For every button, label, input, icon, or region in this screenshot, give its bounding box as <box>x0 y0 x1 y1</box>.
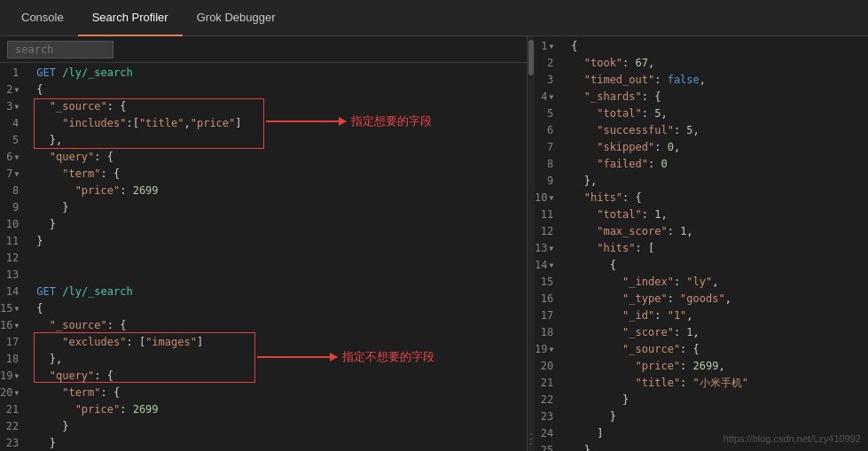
right-panel: 1 2 3 4 5 6 7 8 9 10 11 12 13 14 15 16 1 <box>535 36 868 451</box>
tab-search-profiler[interactable]: Search Profiler <box>78 0 183 36</box>
search-bar <box>0 36 527 63</box>
code-line-8: "price": 2699 <box>33 183 527 199</box>
annotation-1: 指定想要的字段 <box>266 113 432 129</box>
r-code-line-13: "hits": [ <box>567 240 868 257</box>
code-line-16: "_source": { <box>33 317 527 334</box>
code-line-21: "price": 2699 <box>33 401 527 418</box>
main-container: 1 2 3 4 5 6 7 8 9 10 11 12 13 14 <box>0 36 868 451</box>
code-line-12 <box>33 250 527 267</box>
code-line-5: }, <box>33 132 527 149</box>
middle-divider: ⋮ <box>528 36 535 451</box>
r-code-line-11: "total": 1, <box>567 206 868 223</box>
r-code-line-4: "_shards": { <box>567 89 868 105</box>
r-code-line-19: "_source": { <box>567 341 868 358</box>
tab-grok-debugger[interactable]: Grok Debugger <box>183 0 290 36</box>
watermark: https://blog.csdn.net/Lzy410992 <box>723 433 861 444</box>
r-code-line-12: "max_score": 1, <box>567 223 868 240</box>
code-line-14: GET /ly/_search <box>33 284 527 300</box>
app-root: Console Search Profiler Grok Debugger 1 … <box>0 0 868 451</box>
r-code-line-20: "price": 2699, <box>567 358 868 375</box>
r-code-line-16: "_type": "goods", <box>567 291 868 307</box>
r-code-line-6: "successful": 5, <box>567 122 868 139</box>
r-code-line-1: { <box>567 38 868 55</box>
left-panel: 1 2 3 4 5 6 7 8 9 10 11 12 13 14 <box>0 36 528 451</box>
r-code-line-3: "timed_out": false, <box>567 72 868 89</box>
code-line-23: } <box>33 435 527 451</box>
r-code-line-10: "hits": { <box>567 190 868 206</box>
r-code-line-8: "failed": 0 <box>567 156 868 173</box>
code-line-11: } <box>33 233 527 250</box>
right-line-numbers: 1 2 3 4 5 6 7 8 9 10 11 12 13 14 15 16 1 <box>535 36 567 451</box>
search-input[interactable] <box>7 41 113 58</box>
r-code-line-9: }, <box>567 173 868 190</box>
r-code-line-23: } <box>567 408 868 425</box>
right-code-lines: { "took": 67, "timed_out": false, "_shar… <box>567 36 868 451</box>
code-line-22: } <box>33 418 527 435</box>
tab-bar: Console Search Profiler Grok Debugger <box>0 0 868 36</box>
r-code-line-7: "skipped": 0, <box>567 139 868 156</box>
scrollbar-thumb[interactable] <box>528 40 534 75</box>
r-code-line-5: "total": 5, <box>567 105 868 122</box>
code-line-2: { <box>33 82 527 98</box>
annotation-2: 指定不想要的字段 <box>257 349 434 365</box>
r-code-line-18: "_score": 1, <box>567 324 868 341</box>
code-line-6: "query": { <box>33 149 527 166</box>
code-line-10: } <box>33 216 527 233</box>
code-line-20: "term": { <box>33 385 527 401</box>
code-line-13 <box>33 267 527 284</box>
left-code-area[interactable]: 1 2 3 4 5 6 7 8 9 10 11 12 13 14 <box>0 63 527 451</box>
code-line-7: "term": { <box>33 166 527 183</box>
code-line-9: } <box>33 199 527 216</box>
right-code-area[interactable]: 1 2 3 4 5 6 7 8 9 10 11 12 13 14 15 16 1 <box>535 36 868 451</box>
code-line-15: { <box>33 300 527 317</box>
code-line-1: GET /ly/_search <box>33 65 527 82</box>
left-line-numbers: 1 2 3 4 5 6 7 8 9 10 11 12 13 14 <box>0 63 33 451</box>
code-line-19: "query": { <box>33 368 527 385</box>
r-code-line-21: "title": "小米手机" <box>567 375 868 392</box>
r-code-line-2: "took": 67, <box>567 55 868 72</box>
r-code-line-22: } <box>567 392 868 408</box>
r-code-line-14: { <box>567 257 868 274</box>
annotation-2-text: 指定不想要的字段 <box>342 349 434 365</box>
r-code-line-15: "_index": "ly", <box>567 274 868 291</box>
annotation-1-text: 指定想要的字段 <box>351 113 432 129</box>
tab-console[interactable]: Console <box>7 0 78 36</box>
r-code-line-17: "_id": "1", <box>567 307 868 324</box>
